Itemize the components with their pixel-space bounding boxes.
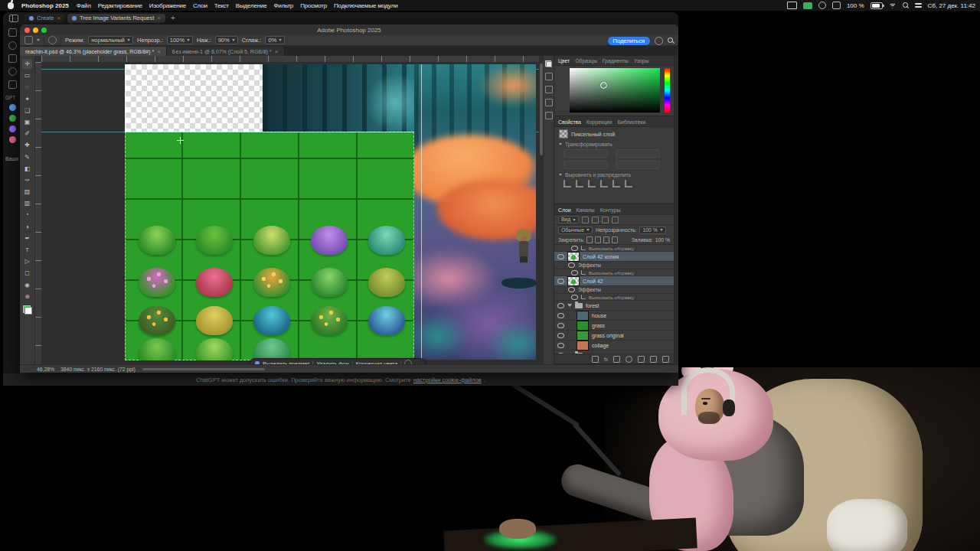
spotlight-search-icon[interactable] (903, 2, 909, 8)
chat-history-item[interactable]: Ваши ч (3, 154, 21, 163)
stage-manager-icon[interactable] (818, 2, 826, 9)
quick-selection-tool-icon[interactable]: ✦ (22, 94, 32, 104)
search-icon[interactable] (668, 37, 674, 44)
filter-kind-icon[interactable] (582, 217, 589, 223)
color-cursor[interactable] (600, 82, 607, 89)
eyedropper-tool-icon[interactable]: ✐ (22, 129, 32, 139)
clone-stamp-tool-icon[interactable]: ◧ (22, 164, 32, 174)
layer-row-layer[interactable]: grass original (554, 331, 674, 341)
menubar-item[interactable]: Файл (77, 2, 91, 9)
hand-tool-icon[interactable]: ◉ (22, 280, 32, 290)
background-color[interactable] (24, 307, 32, 315)
layer-row-clip[interactable]: Выполнить обтравку (554, 294, 674, 301)
gpt-avatar[interactable] (9, 136, 16, 143)
visibility-eye-icon[interactable] (557, 343, 564, 348)
width-field[interactable] (564, 149, 608, 158)
eraser-tool-icon[interactable]: ▨ (22, 187, 32, 197)
layer-row-layer[interactable]: collage (554, 341, 674, 350)
healing-brush-tool-icon[interactable]: ✚ (22, 140, 32, 150)
photoshop-titlebar[interactable]: Adobe Photoshop 2025 (20, 24, 678, 35)
menubar-item[interactable]: Текст (214, 2, 229, 9)
layer-thumbnail[interactable] (567, 252, 580, 262)
layer-filter-select[interactable]: Вид (558, 216, 579, 223)
share-button[interactable]: Поделиться (608, 37, 650, 45)
lock-position-icon[interactable] (603, 236, 609, 243)
lock-transparency-icon[interactable] (586, 236, 593, 243)
layer-thumbnail[interactable] (567, 276, 580, 286)
flow-select[interactable]: 90% (215, 36, 238, 44)
tool-preset-icon[interactable] (24, 36, 33, 44)
history-brush-tool-icon[interactable]: ✑ (22, 175, 32, 185)
align-bottom-icon[interactable] (625, 180, 632, 187)
sidebar-toggle-icon[interactable] (9, 15, 18, 22)
transform-section-label[interactable]: Трансформировать (565, 142, 612, 147)
properties-panel-tab[interactable]: Библиотеки (617, 119, 645, 125)
properties-panel-tab[interactable]: Свойства (558, 119, 581, 125)
align-section-label[interactable]: Выровнять и распределить (565, 172, 631, 178)
lock-all-icon[interactable] (612, 236, 618, 243)
expand-caret-icon[interactable] (567, 304, 572, 307)
dodge-tool-icon[interactable]: ◑ (22, 222, 32, 232)
panel-icon[interactable] (545, 86, 553, 93)
library-icon[interactable] (8, 54, 17, 63)
control-center-icon[interactable] (915, 2, 922, 8)
keyboard-icon[interactable] (832, 2, 841, 9)
y-field[interactable] (616, 161, 660, 169)
align-center-icon[interactable] (576, 180, 583, 187)
voice-icon[interactable] (8, 67, 17, 76)
layer-thumbnail[interactable] (577, 321, 589, 331)
close-tab-icon[interactable]: × (57, 15, 61, 21)
menubar-item[interactable]: Фильтр (273, 2, 293, 9)
frame-tool-icon[interactable]: ▣ (22, 117, 32, 127)
height-field[interactable] (616, 149, 660, 158)
pen-tool-icon[interactable]: ✒ (22, 233, 32, 243)
zoom-tool-icon[interactable]: ⊕ (22, 292, 32, 302)
layer-row-layer[interactable]: Слой 42 (554, 276, 674, 286)
menubar-item[interactable]: Изображение (149, 2, 186, 9)
x-field[interactable] (564, 161, 608, 169)
blur-tool-icon[interactable]: ◔ (22, 210, 32, 220)
panel-icon[interactable] (545, 112, 553, 119)
align-middle-icon[interactable] (612, 180, 620, 187)
foreground-background-swatches[interactable] (23, 305, 32, 315)
type-tool-icon[interactable]: T (22, 245, 32, 255)
move-tool-icon[interactable]: ✛ (22, 59, 32, 69)
layer-row-fx[interactable]: Эффекты (554, 262, 674, 269)
filter-attribute-icon[interactable] (612, 217, 619, 223)
visibility-eye-icon[interactable] (571, 246, 578, 251)
new-chat-icon[interactable] (8, 28, 17, 37)
link-layers-icon[interactable] (592, 356, 599, 363)
marquee-tool-icon[interactable]: ▭ (22, 70, 32, 80)
layer-row-layer[interactable]: Слой 42 копия (554, 252, 674, 262)
close-tab-icon[interactable]: × (157, 48, 161, 55)
panel-icon[interactable] (545, 73, 553, 80)
screen-mirroring-icon[interactable] (787, 2, 797, 9)
close-tab-icon[interactable]: × (157, 15, 161, 21)
crop-tool-icon[interactable]: ❏ (22, 106, 32, 116)
align-top-icon[interactable] (600, 180, 608, 187)
apple-menu-icon[interactable] (8, 2, 14, 9)
filter-mode-icon[interactable] (602, 217, 609, 223)
taskbar-button[interactable]: Выделить предмет (263, 361, 309, 365)
color-field[interactable] (570, 68, 660, 112)
visibility-eye-icon[interactable] (568, 287, 575, 292)
document-tab[interactable]: Без имени-1 @ 8,07% (Слой 5, RGB/8) *× (167, 47, 285, 56)
smoothing-select[interactable]: 0% (265, 36, 285, 44)
projects-icon[interactable] (8, 80, 17, 89)
layer-row-group[interactable]: forest (554, 301, 674, 311)
menubar-item[interactable]: Выделение (236, 2, 267, 9)
browser-tab[interactable]: Tree Image Variants Request× (67, 14, 165, 23)
vertical-scrollbar[interactable] (540, 64, 543, 155)
panel-collapse-strip[interactable] (674, 56, 678, 364)
document-canvas[interactable] (125, 64, 536, 360)
new-layer-icon[interactable] (650, 356, 657, 363)
menubar-item[interactable]: Слои (193, 2, 207, 9)
lock-pixels-icon[interactable] (595, 236, 601, 243)
taskbar-more-icon[interactable] (404, 360, 412, 364)
fill-value[interactable]: 100 % (655, 237, 670, 243)
record-badge-icon[interactable] (803, 2, 812, 9)
align-right-icon[interactable] (588, 180, 596, 187)
pasteboard[interactable]: Выделить предметУдалить фонКоррекция цве… (41, 62, 539, 364)
search-chats-icon[interactable] (8, 41, 17, 50)
layer-effects-icon[interactable]: fx (604, 357, 608, 362)
